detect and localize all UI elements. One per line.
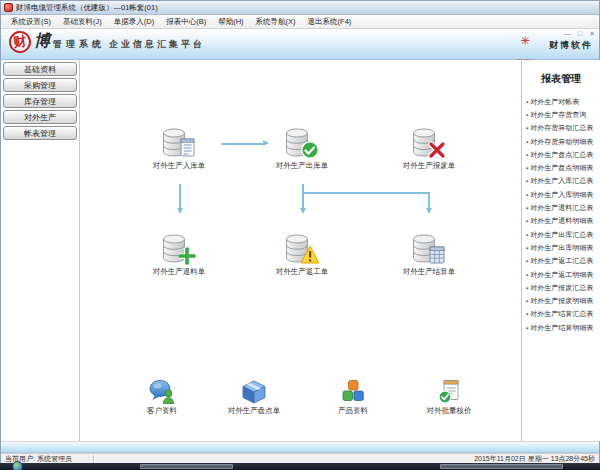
flow-node-material-return[interactable]: 对外生产退料单 [134,234,224,277]
sidebar: 基础资料采购管理库存管理对外生产帐表管理 [3,62,77,142]
report-item[interactable]: ▪ 对外生产结算明细表 [526,321,600,334]
report-item[interactable]: ▪ 对外生产出库汇总表 [526,228,600,241]
bullet-icon: ▪ [526,192,528,198]
report-item[interactable]: ▪ 对外生产对帐表 [526,95,600,108]
database-list-icon [162,128,196,160]
brand-second-char: 博 [34,31,50,52]
report-item-label: 对外生产盘点汇总表 [530,150,593,160]
bullet-icon: ▪ [526,298,528,304]
bullet-icon: ▪ [526,325,528,331]
menu-item[interactable]: 系统设置(S) [5,15,57,28]
flow-node-label: 对外生产返工单 [257,267,347,277]
bullet-icon: ▪ [526,125,528,131]
bullet-icon: ▪ [526,258,528,264]
report-item-label: 对外生产出库明细表 [530,243,593,253]
caibo-burst-icon: ✳ [520,34,530,48]
flow-node-label: 对外生产入库单 [134,161,224,171]
flow-node-settlement[interactable]: 对外生产结算单 [384,234,474,277]
report-item[interactable]: ▪ 对外生产退料明细表 [526,215,600,228]
bullet-icon: ▪ [526,311,528,317]
windows-taskbar [0,463,600,470]
sidebar-button[interactable]: 基础资料 [3,62,77,76]
report-item[interactable]: ▪ 对外生产报废明细表 [526,294,600,307]
bullet-icon: ▪ [526,165,528,171]
shortcut-label: 产品资料 [308,406,398,416]
report-item[interactable]: ▪ 对外生产报废汇总表 [526,281,600,294]
sidebar-button[interactable]: 对外生产 [3,110,77,124]
report-item[interactable]: ▪ 对外生产入库汇总表 [526,175,600,188]
report-item[interactable]: ▪ 对外生产返工汇总表 [526,255,600,268]
report-item[interactable]: ▪ 对外生产盘点明细表 [526,161,600,174]
report-item[interactable]: ▪ 对外生产结算汇总表 [526,308,600,321]
report-item[interactable]: ▪ 对外生产盘点汇总表 [526,148,600,161]
arrow-outbound-to-rework [302,184,304,208]
minimize-button[interactable]: — [564,30,571,38]
bullet-icon: ▪ [526,112,528,118]
app-icon [4,3,13,12]
arrow-inbound-to-return [179,184,181,208]
menu-item[interactable]: 系统导航(X) [250,15,302,28]
shortcut-stocktake-order[interactable]: 对外生产盘点单 [209,379,299,416]
report-item-label: 对外生产入库汇总表 [530,176,593,186]
arrowhead-down-icon [177,208,183,214]
report-item[interactable]: ▪ 对外存货异动汇总表 [526,122,600,135]
sidebar-button[interactable]: 帐表管理 [3,126,77,140]
menu-item[interactable]: 退出系统(F4) [302,15,358,28]
bullet-icon: ▪ [526,152,528,158]
report-item[interactable]: ▪ 对外生产退料汇总表 [526,201,600,214]
start-button[interactable] [12,461,23,470]
report-item-label: 对外生产存货查询 [530,110,586,120]
report-item-label: 对外存货异动汇总表 [530,123,593,133]
bullet-icon: ▪ [526,245,528,251]
app-window: 财博电缆管理系统（优建版）---01帐套(01) 系统设置(S)基础资料(J)单… [0,0,600,463]
flow-node-label: 对外生产结算单 [384,267,474,277]
sidebar-button[interactable]: 采购管理 [3,78,77,92]
taskbar-window-button[interactable] [440,464,563,469]
brand-suffix: 管理系统 [53,38,105,51]
menu-item[interactable]: 基础资料(J) [57,15,108,28]
flow-node-label: 对外生产报废单 [384,161,474,171]
sidebar-button[interactable]: 库存管理 [3,94,77,108]
product-cubes-icon [340,379,366,405]
banner: 财 博 管理系统 企业信息汇集平台 ✳ CAIBO 财博软件 — □ ✕ [1,29,599,60]
flow-node-production-scrap[interactable]: 对外生产报废单 [384,128,474,171]
menu-item[interactable]: 报表中心(B) [160,15,212,28]
shortcut-batch-pricing[interactable]: 对外批量核价 [404,379,494,416]
menu-bar: 系统设置(S)基础资料(J)单据录入(D)报表中心(B)帮助(H)系统导航(X)… [1,15,599,29]
bullet-icon: ▪ [526,285,528,291]
shortcut-label: 客户资料 [117,406,207,416]
menu-item[interactable]: 单据录入(D) [108,15,160,28]
report-item-label: 对外生产报废汇总表 [530,283,593,293]
report-item-label: 对外生产结算汇总表 [530,309,593,319]
flow-node-production-inbound[interactable]: 对外生产入库单 [134,128,224,171]
bullet-icon: ▪ [526,205,528,211]
bullet-icon: ▪ [526,178,528,184]
flow-node-rework[interactable]: 对外生产返工单 [257,234,347,277]
footer-strip [1,441,599,453]
bullet-icon: ▪ [526,272,528,278]
arrowhead-down-icon [426,208,432,214]
database-add-icon [162,234,196,266]
inventory-box-icon [241,379,267,405]
bullet-icon: ▪ [526,232,528,238]
report-item[interactable]: ▪ 对外生产返工明细表 [526,268,600,281]
menu-item[interactable]: 帮助(H) [212,15,249,28]
close-button[interactable]: ✕ [589,30,595,38]
flow-node-production-outbound[interactable]: 对外生产出库单 [257,128,347,171]
bullet-icon: ▪ [526,99,528,105]
report-panel: 报表管理 ▪ 对外生产对帐表 ▪ 对外生产存货查询 ▪ 对外存货异动汇总表 [522,60,600,441]
branch-line-to-settlement [302,192,429,194]
report-item[interactable]: ▪ 对外生产出库明细表 [526,241,600,254]
taskbar-window-button[interactable] [140,464,233,469]
shortcut-customer-data[interactable]: 客户资料 [117,379,207,416]
report-item-label: 对外生产退料汇总表 [530,203,593,213]
report-item[interactable]: ▪ 对外存货异动明细表 [526,135,600,148]
shortcut-product-data[interactable]: 产品资料 [308,379,398,416]
report-item[interactable]: ▪ 对外生产存货查询 [526,108,600,121]
report-item[interactable]: ▪ 对外生产入库明细表 [526,188,600,201]
report-item-label: 对外生产入库明细表 [530,190,593,200]
report-item-label: 对外生产盘点明细表 [530,163,593,173]
flow-node-label: 对外生产退料单 [134,267,224,277]
title-bar: 财博电缆管理系统（优建版）---01帐套(01) [1,1,599,15]
maximize-button[interactable]: □ [578,30,582,38]
